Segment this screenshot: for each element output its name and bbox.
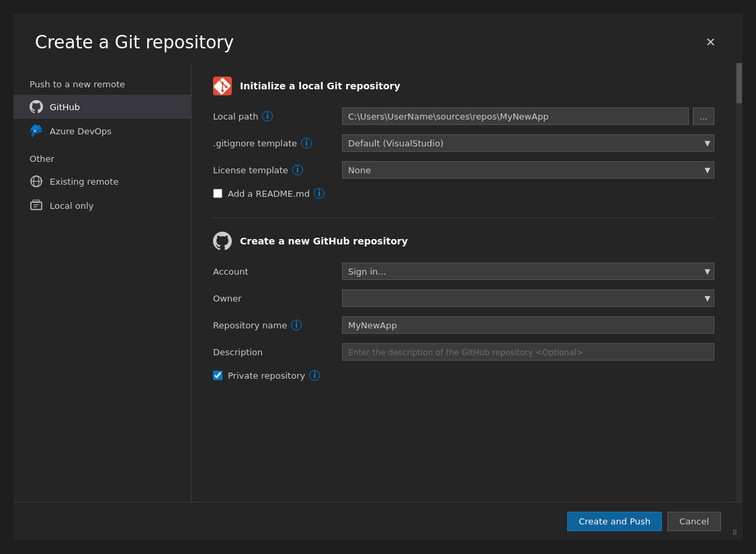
owner-row: Owner ▼ <box>213 289 714 307</box>
sidebar-item-existing-remote[interactable]: Existing remote <box>13 169 191 193</box>
description-label: Description <box>213 347 334 357</box>
local-path-info-icon: i <box>262 111 273 122</box>
gitignore-label: .gitignore template i <box>213 138 334 148</box>
init-section-header: Initialize a local Git repository <box>213 77 714 95</box>
git-logo-icon <box>213 77 232 95</box>
close-button[interactable]: ✕ <box>700 34 721 51</box>
repo-name-info-icon: i <box>291 320 302 330</box>
owner-select-wrapper: ▼ <box>342 289 714 307</box>
readme-row: Add a README.md i <box>213 188 714 199</box>
account-control: Sign in... ▼ <box>342 263 714 280</box>
scrollbar-thumb[interactable] <box>737 63 742 103</box>
sidebar-item-github[interactable]: GitHub <box>13 95 191 119</box>
section-divider <box>213 218 714 218</box>
existing-remote-icon <box>30 175 43 188</box>
gitignore-info-icon: i <box>301 138 312 148</box>
other-section-title: Other <box>13 143 191 169</box>
local-path-control: ... <box>342 107 714 125</box>
readme-label[interactable]: Add a README.md i <box>228 188 325 199</box>
content-area: Initialize a local Git repository Local … <box>192 63 743 502</box>
account-select[interactable]: Sign in... <box>342 263 714 280</box>
svg-rect-4 <box>31 202 42 210</box>
account-row: Account Sign in... ▼ <box>213 263 714 280</box>
create-git-repo-dialog: Create a Git repository ✕ Push to a new … <box>13 13 743 541</box>
account-label: Account <box>213 267 334 277</box>
existing-remote-label: Existing remote <box>50 177 118 187</box>
local-only-label: Local only <box>50 201 93 211</box>
owner-label: Owner <box>213 293 334 304</box>
create-and-push-button[interactable]: Create and Push <box>567 512 662 531</box>
license-row: License template i None MIT Apache 2.0 ▼ <box>213 161 714 179</box>
owner-select[interactable] <box>342 289 714 307</box>
account-select-wrapper: Sign in... ▼ <box>342 263 714 280</box>
sidebar: Push to a new remote GitHub <box>13 63 192 502</box>
license-select-wrapper: None MIT Apache 2.0 ▼ <box>342 161 714 179</box>
gitignore-control: Default (VisualStudio) None VisualStudio… <box>342 134 714 152</box>
license-select[interactable]: None MIT Apache 2.0 <box>342 161 714 179</box>
init-section-title: Initialize a local Git repository <box>240 81 401 91</box>
svg-rect-5 <box>33 200 40 202</box>
license-label: License template i <box>213 165 334 175</box>
dialog-body: Push to a new remote GitHub <box>13 63 743 502</box>
local-path-label: Local path i <box>213 111 334 122</box>
dialog-header: Create a Git repository ✕ <box>13 13 743 63</box>
readme-info-icon: i <box>314 188 325 199</box>
description-input[interactable] <box>342 343 714 361</box>
push-section-title: Push to a new remote <box>13 74 191 95</box>
dialog-footer: Create and Push Cancel <box>13 502 743 541</box>
main-content: Initialize a local Git repository Local … <box>192 63 736 502</box>
license-info-icon: i <box>292 165 303 175</box>
azure-devops-icon <box>30 124 43 138</box>
license-control: None MIT Apache 2.0 ▼ <box>342 161 714 179</box>
description-control <box>342 343 714 361</box>
github-section-title: Create a new GitHub repository <box>240 236 408 246</box>
repo-name-input[interactable] <box>342 316 714 334</box>
repo-name-control <box>342 316 714 334</box>
private-repo-checkbox[interactable] <box>213 371 222 380</box>
gitignore-row: .gitignore template i Default (VisualStu… <box>213 134 714 152</box>
sidebar-item-azure-devops[interactable]: Azure DevOps <box>13 119 191 143</box>
readme-checkbox[interactable] <box>213 189 222 198</box>
private-repo-info-icon: i <box>309 370 320 381</box>
sidebar-item-local-only[interactable]: Local only <box>13 193 191 218</box>
init-section: Initialize a local Git repository Local … <box>213 77 714 199</box>
private-repo-label[interactable]: Private repository i <box>228 370 320 381</box>
resize-grip-icon: ⠿ <box>732 529 737 537</box>
azure-devops-label: Azure DevOps <box>50 126 112 136</box>
cancel-button[interactable]: Cancel <box>667 512 721 531</box>
github-label: GitHub <box>50 102 80 112</box>
gitignore-select-wrapper: Default (VisualStudio) None VisualStudio… <box>342 134 714 152</box>
repo-name-label: Repository name i <box>213 320 334 330</box>
dialog-title: Create a Git repository <box>35 32 234 52</box>
local-path-input[interactable] <box>342 107 689 125</box>
svg-point-0 <box>34 130 36 132</box>
browse-button[interactable]: ... <box>693 107 714 125</box>
repo-name-row: Repository name i <box>213 316 714 334</box>
local-path-row: Local path i ... <box>213 107 714 125</box>
github-section-header: Create a new GitHub repository <box>213 232 714 250</box>
github-section: Create a new GitHub repository Account S… <box>213 232 714 381</box>
description-row: Description <box>213 343 714 361</box>
github-icon <box>30 100 43 113</box>
private-repo-row: Private repository i <box>213 370 714 381</box>
local-only-icon <box>30 199 43 212</box>
github-section-icon <box>213 232 232 250</box>
scrollbar-track[interactable] <box>736 63 743 502</box>
gitignore-select[interactable]: Default (VisualStudio) None VisualStudio <box>342 134 714 152</box>
owner-control: ▼ <box>342 289 714 307</box>
